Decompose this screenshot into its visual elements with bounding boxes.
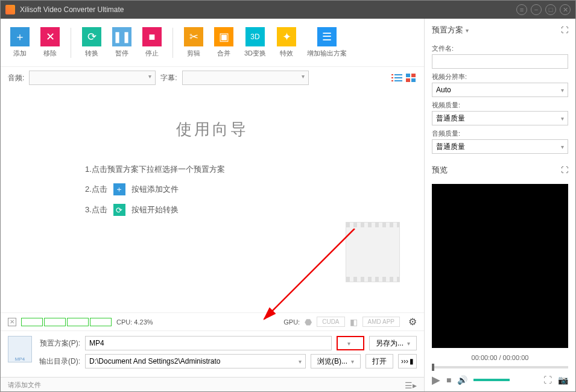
audio-label: 音频: [8,73,24,83]
preset-panel-title: 预置方案 [432,25,463,36]
file-type-icon: MP4 [8,336,32,362]
open-button[interactable]: 打开 [366,354,393,368]
svg-rect-3 [394,77,402,78]
resolution-select[interactable]: Auto [432,83,568,97]
volume-icon[interactable]: 🔊 [457,375,467,385]
x-icon: ✕ [40,27,60,46]
stop-button[interactable]: ■ 停止 [139,26,165,59]
footer-list-icon[interactable]: ☰▸ [405,381,417,390]
subtitle-select[interactable] [182,71,309,85]
list-view-icon[interactable] [391,74,402,82]
list-icon: ☰ [317,27,337,46]
settings-gear-icon[interactable]: ⚙ [408,316,417,327]
cuda-badge: CUDA [317,317,344,327]
time-display: 00:00:00 / 00:00:00 [432,354,568,361]
svg-line-10 [264,229,355,319]
refresh-icon: ⟳ [113,204,125,216]
3d-icon: 3D [245,27,265,46]
svg-rect-5 [394,80,402,81]
play-button[interactable]: ▶ [432,373,440,387]
seek-slider[interactable] [432,366,568,368]
film-placeholder-icon [346,222,400,282]
app-logo [5,5,15,14]
remove-button[interactable]: ✕ 移除 [37,26,63,59]
wand-icon: ✦ [277,27,296,46]
merge-icon: ▣ [214,27,233,46]
close-button[interactable]: ✕ [560,4,571,15]
filename-field[interactable] [432,54,568,69]
fullscreen-icon[interactable]: ⛶ [543,375,552,385]
wizard-step1: 1.点击预置方案下拉框选择一个预置方案 [85,164,225,175]
plus-icon: ＋ [113,183,125,195]
svg-rect-4 [391,80,393,81]
preview-panel-title: 预览 [432,165,448,175]
minimize-button[interactable]: − [531,4,542,15]
saveas-button[interactable]: 另存为... [369,336,417,350]
wizard-title: 使用向导 [13,119,412,140]
filename-label: 文件名: [432,44,568,53]
window-title: Xilisoft Video Converter Ultimate [20,5,516,14]
aquality-select[interactable]: 普通质量 [432,139,568,154]
convert-button[interactable]: ⟳ 转换 [78,26,105,59]
svg-rect-0 [391,74,393,75]
pause-button[interactable]: ❚❚ 暂停 [109,26,135,59]
add-output-button[interactable]: ☰ 增加输出方案 [303,26,350,59]
close-status-button[interactable]: ✕ [8,318,16,326]
gpu-label: GPU: [283,318,300,326]
expand-preset-icon[interactable]: ⛶ [561,26,568,34]
svg-rect-2 [391,77,393,78]
resolution-label: 视频分辨率: [432,72,568,81]
3d-button[interactable]: 3D 3D变换 [241,26,270,59]
browse-button[interactable]: 浏览(B)... [311,354,361,368]
expand-preview-icon[interactable]: ⛶ [561,166,568,174]
vquality-select[interactable]: 普通质量 [432,111,568,125]
footer-hint: 请添加文件 [8,381,41,390]
scissors-icon: ✂ [184,27,203,46]
stop-icon: ■ [142,27,162,46]
preview-video-box [432,184,568,348]
menu-button[interactable]: ≡ [516,4,527,15]
refresh-icon: ⟳ [82,27,101,46]
output-field[interactable]: D:\Document And Settings2\Administrato [85,354,306,368]
more-button[interactable]: ›››▮ [398,354,417,368]
plus-icon: ＋ [10,27,30,46]
snapshot-icon[interactable]: 📷 [558,375,568,385]
pause-icon: ❚❚ [112,27,131,46]
cpu-label: CPU: 4.23% [116,318,153,326]
vquality-label: 视频质量: [432,101,568,110]
profile-field[interactable]: MP4 [85,336,332,350]
aquality-label: 音频质量: [432,129,568,138]
stop-preview-button[interactable]: ■ [446,375,451,385]
subtitle-label: 字幕: [160,73,177,83]
grid-view-icon[interactable] [406,74,417,82]
svg-rect-9 [411,78,416,82]
svg-rect-8 [406,78,410,82]
output-label: 输出目录(D): [37,356,80,367]
merge-button[interactable]: ▣ 合并 [210,26,237,59]
profile-label: 预置方案(P): [37,338,80,349]
volume-slider[interactable] [473,379,510,381]
svg-rect-7 [411,74,416,77]
cpu-cores-indicator [21,318,112,326]
add-button[interactable]: ＋ 添加 [7,26,33,59]
effect-button[interactable]: ✦ 特效 [273,26,300,59]
audio-select[interactable] [29,71,156,85]
cut-button[interactable]: ✂ 剪辑 [180,26,207,59]
svg-rect-1 [394,74,402,75]
maximize-button[interactable]: □ [545,4,556,15]
amd-badge: AMD APP [362,317,400,327]
svg-rect-6 [406,74,410,77]
profile-dropdown-button[interactable] [337,336,364,350]
